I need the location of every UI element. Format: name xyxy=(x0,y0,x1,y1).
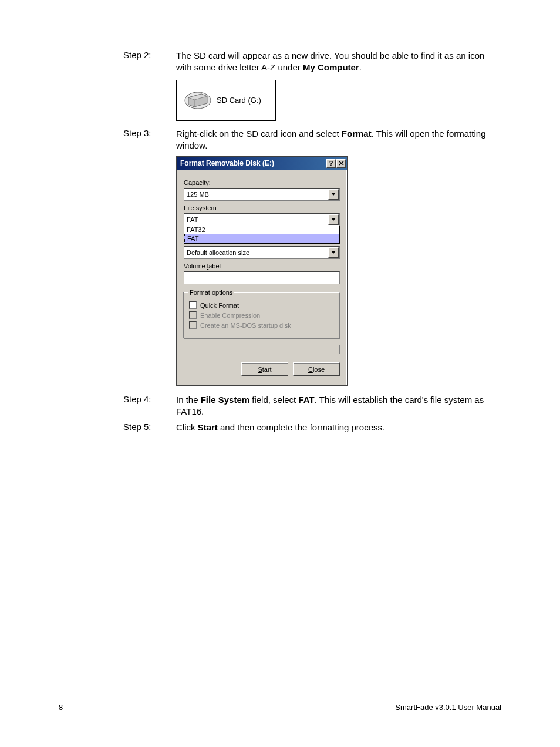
volume-label-input[interactable] xyxy=(184,271,340,284)
text: and then complete the formatting process… xyxy=(218,422,384,432)
step-text: In the File System field, select FAT. Th… xyxy=(176,394,501,418)
sdcard-label: SD Card (G:) xyxy=(217,96,261,105)
bold: Format xyxy=(342,129,372,139)
text: In the xyxy=(176,395,201,405)
dropdown-button[interactable] xyxy=(328,189,339,200)
filesystem-dropdown[interactable]: FAT xyxy=(184,213,340,226)
msdos-startup-checkbox: Create an MS-DOS startup disk xyxy=(189,321,335,329)
step-label: Step 5: xyxy=(123,422,176,433)
filesystem-options: FAT32 FAT xyxy=(184,226,340,244)
bold: File System xyxy=(201,395,249,405)
bold: Start xyxy=(198,422,218,432)
text: . xyxy=(359,62,362,72)
manual-title: SmartFade v3.0.1 User Manual xyxy=(395,703,501,712)
step-4: Step 4: In the File System field, select… xyxy=(123,394,501,418)
help-button[interactable]: ? xyxy=(326,159,336,168)
quick-format-checkbox[interactable]: Quick Format xyxy=(189,301,335,309)
capacity-dropdown[interactable]: 125 MB xyxy=(184,188,340,201)
titlebar: Format Removable Disk (E:) ? xyxy=(177,157,347,170)
step-text: Right-click on the SD card icon and sele… xyxy=(176,128,501,152)
dialog-buttons: Start Close xyxy=(184,362,340,376)
close-button[interactable] xyxy=(336,159,346,168)
page-footer: 8 SmartFade v3.0.1 User Manual xyxy=(59,703,501,712)
filesystem-option[interactable]: FAT32 xyxy=(184,226,339,234)
step-label: Step 2: xyxy=(123,50,176,74)
text: Click xyxy=(176,422,198,432)
page-number: 8 xyxy=(59,703,63,712)
checkbox-icon xyxy=(189,311,197,319)
progress-bar xyxy=(184,345,340,354)
allocation-dropdown[interactable]: Default allocation size xyxy=(184,246,340,259)
start-button[interactable]: Start xyxy=(241,362,288,376)
step-3: Step 3: Right-click on the SD card icon … xyxy=(123,128,501,152)
filesystem-label: File system xyxy=(184,204,340,211)
bold: FAT xyxy=(298,395,314,405)
capacity-value: 125 MB xyxy=(187,191,209,198)
checkbox-icon xyxy=(189,321,197,329)
close-button[interactable]: Close xyxy=(293,362,340,376)
titlebar-buttons: ? xyxy=(326,159,346,168)
format-dialog: Format Removable Disk (E:) ? Capacity: 1… xyxy=(176,156,348,386)
page-content: Step 2: The SD card will appear as a new… xyxy=(0,0,560,433)
format-options-group: Format options Quick Format Enable Compr… xyxy=(184,292,340,339)
capacity-label: Capacity: xyxy=(184,179,340,186)
step-text: The SD card will appear as a new drive. … xyxy=(176,50,501,74)
volume-label-label: Volume label xyxy=(184,263,340,270)
step-5: Step 5: Click Start and then complete th… xyxy=(123,422,501,433)
sdcard-icon-box: SD Card (G:) xyxy=(176,80,276,121)
dropdown-button[interactable] xyxy=(328,214,339,225)
text: field, select xyxy=(249,395,298,405)
step-label: Step 4: xyxy=(123,394,176,418)
groupbox-legend: Format options xyxy=(188,289,234,296)
text: Right-click on the SD card icon and sele… xyxy=(176,129,342,139)
checkbox-icon xyxy=(189,301,197,309)
step-2: Step 2: The SD card will appear as a new… xyxy=(123,50,501,74)
sdcard-icon xyxy=(184,90,212,110)
filesystem-value: FAT xyxy=(187,216,198,223)
dialog-title: Format Removable Disk (E:) xyxy=(180,159,326,167)
enable-compression-checkbox: Enable Compression xyxy=(189,311,335,319)
filesystem-option-selected[interactable]: FAT xyxy=(184,234,339,243)
bold: My Computer xyxy=(303,62,359,72)
dialog-body: Capacity: 125 MB File system FAT FAT32 F… xyxy=(177,170,347,385)
step-label: Step 3: xyxy=(123,128,176,152)
step-text: Click Start and then complete the format… xyxy=(176,422,501,433)
dropdown-button[interactable] xyxy=(328,247,339,258)
allocation-value: Default allocation size xyxy=(187,249,249,256)
